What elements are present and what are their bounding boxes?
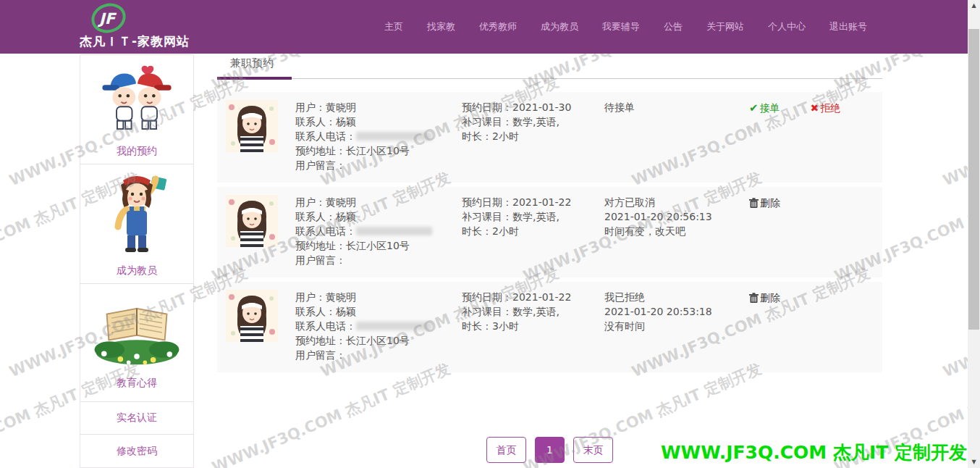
status-column: 我已拒绝 2021-01-20 20:53:18 没有时间 xyxy=(604,290,749,364)
svg-text:JF: JF xyxy=(97,10,117,28)
nav-item-logout[interactable]: 退出账号 xyxy=(829,20,867,33)
user-name: 用户：黄晓明 xyxy=(295,290,462,304)
tutoring-subjects: 补习课目：数学,英语, xyxy=(462,114,604,129)
delete-button[interactable]: 删除 xyxy=(749,291,780,305)
logo[interactable]: JF 杰凡ＩＴ-家教网站 xyxy=(80,1,190,50)
trash-icon xyxy=(749,198,759,209)
status-timestamp: 2021-01-20 20:53:18 xyxy=(604,304,749,319)
appointment-address: 预约地址：长江小区10号 xyxy=(295,333,462,348)
status-text: 我已拒绝 xyxy=(604,290,749,304)
user-message: 用户留言： xyxy=(295,348,462,362)
open-book-flowers-image xyxy=(89,296,185,368)
scrollbar-thumb[interactable] xyxy=(968,29,979,330)
sidebar-item-label: 修改密码 xyxy=(117,445,157,458)
main-nav: 主页 找家教 优秀教师 成为教员 我要辅导 公告 关于网站 个人中心 退出账号 xyxy=(384,0,867,54)
pagination-last-button[interactable]: 末页 xyxy=(573,437,613,463)
sidebar-item-education-notes[interactable]: 教育心得 xyxy=(80,283,193,401)
appointment-date: 预约日期：2021-01-22 xyxy=(462,290,604,304)
girl-with-book-cartoon-image xyxy=(99,170,174,256)
status-reason: 时间有变，改天吧 xyxy=(604,224,749,238)
appointment-row: 用户：黄晓明 联系人：杨颖 联系人电话： 预约地址：长江小区10号 用户留言： … xyxy=(217,92,882,183)
tab-part-time-appointments[interactable]: 兼职预约 xyxy=(217,55,287,72)
active-tab-underline xyxy=(217,77,292,80)
appointment-detail-column: 预约日期：2021-01-22 补习课目：数学,英语, 时长：3小时 xyxy=(462,290,604,364)
x-icon: ✖ xyxy=(811,101,819,115)
appointment-date: 预约日期：2021-01-30 xyxy=(462,100,604,114)
actions-column: 删除 xyxy=(749,290,874,364)
two-kids-cartoon-image xyxy=(96,61,177,136)
nav-item-find-tutor[interactable]: 找家教 xyxy=(427,20,455,33)
status-column: 待接单 xyxy=(604,100,749,175)
site-title: 杰凡ＩＴ-家教网站 xyxy=(80,33,190,50)
pagination-page-1-button[interactable]: 1 xyxy=(535,437,565,463)
user-info-column: 用户：黄晓明 联系人：杨颖 联系人电话： 预约地址：长江小区10号 用户留言： xyxy=(295,290,462,364)
reject-order-button[interactable]: ✖拒绝 xyxy=(811,101,841,115)
sidebar-item-label: 我的预约 xyxy=(117,145,157,158)
sidebar-item-label: 实名认证 xyxy=(117,411,157,425)
check-icon: ✔ xyxy=(749,101,759,115)
appointment-detail-column: 预约日期：2021-01-30 补习课目：数学,英语, 时长：2小时 xyxy=(462,100,604,175)
actions-column: 删除 xyxy=(749,195,874,269)
user-avatar xyxy=(226,290,278,342)
user-name: 用户：黄晓明 xyxy=(295,100,462,114)
nav-item-announcements[interactable]: 公告 xyxy=(664,20,683,33)
tutoring-subjects: 补习课目：数学,英语, xyxy=(462,209,604,224)
sidebar-item-real-name-verification[interactable]: 实名认证 xyxy=(80,401,193,434)
jf-logo-icon: JF xyxy=(90,1,127,35)
appointment-address: 预约地址：长江小区10号 xyxy=(295,143,462,158)
duration: 时长：2小时 xyxy=(462,129,604,143)
status-text: 对方已取消 xyxy=(604,195,749,209)
actions-column: ✔接单 ✖拒绝 xyxy=(749,100,874,175)
tab-divider xyxy=(217,78,882,79)
appointment-list: 用户：黄晓明 联系人：杨颖 联系人电话： 预约地址：长江小区10号 用户留言： … xyxy=(217,92,882,372)
sidebar-item-label: 成为教员 xyxy=(117,264,157,277)
user-avatar xyxy=(226,195,278,247)
trash-icon xyxy=(749,293,759,304)
status-reason: 没有时间 xyxy=(604,319,749,333)
duration: 时长：2小时 xyxy=(462,224,604,238)
pagination-first-button[interactable]: 首页 xyxy=(486,437,526,463)
redacted-phone xyxy=(356,132,432,141)
contact-phone: 联系人电话： xyxy=(295,224,462,238)
sidebar-item-change-password[interactable]: 修改密码 xyxy=(80,434,193,467)
page: WWW.JF3Q.COM 杰凡IT 定制开发WWW.JF3Q.COM 杰凡IT … xyxy=(0,0,980,468)
status-column: 对方已取消 2021-01-20 20:56:13 时间有变，改天吧 xyxy=(604,195,749,269)
nav-item-request-tutoring[interactable]: 我要辅导 xyxy=(602,20,640,33)
user-message: 用户留言： xyxy=(295,253,462,267)
accept-order-button[interactable]: ✔接单 xyxy=(749,101,780,115)
duration: 时长：3小时 xyxy=(462,319,604,333)
nav-item-personal-center[interactable]: 个人中心 xyxy=(768,20,806,33)
scrollbar-down-arrow[interactable]: ▼ xyxy=(968,456,980,468)
header: JF 杰凡ＩＴ-家教网站 主页 找家教 优秀教师 成为教员 我要辅导 公告 关于… xyxy=(0,0,968,54)
scrollbar[interactable]: ▲ ▼ xyxy=(968,0,980,468)
sidebar-item-become-teacher[interactable]: 成为教员 xyxy=(80,164,193,283)
contact-name: 联系人：杨颖 xyxy=(295,209,462,224)
delete-button[interactable]: 删除 xyxy=(749,196,780,210)
contact-name: 联系人：杨颖 xyxy=(295,304,462,319)
sidebar-item-label: 教育心得 xyxy=(117,377,157,390)
user-avatar xyxy=(226,100,278,152)
user-info-column: 用户：黄晓明 联系人：杨颖 联系人电话： 预约地址：长江小区10号 用户留言： xyxy=(295,100,462,175)
scrollbar-up-arrow[interactable]: ▲ xyxy=(968,0,980,12)
contact-phone: 联系人电话： xyxy=(295,129,462,143)
nav-item-top-teachers[interactable]: 优秀教师 xyxy=(479,20,517,33)
contact-name: 联系人：杨颖 xyxy=(295,114,462,129)
appointment-row: 用户：黄晓明 联系人：杨颖 联系人电话： 预约地址：长江小区10号 用户留言： … xyxy=(217,282,882,372)
appointment-date: 预约日期：2021-01-22 xyxy=(462,195,604,209)
contact-phone: 联系人电话： xyxy=(295,319,462,333)
user-name: 用户：黄晓明 xyxy=(295,195,462,209)
user-message: 用户留言： xyxy=(295,158,462,172)
nav-item-about-site[interactable]: 关于网站 xyxy=(706,20,744,33)
status-text: 待接单 xyxy=(604,100,749,114)
nav-item-become-teacher[interactable]: 成为教员 xyxy=(541,20,578,33)
appointment-detail-column: 预约日期：2021-01-22 补习课目：数学,英语, 时长：2小时 xyxy=(462,195,604,269)
tutoring-subjects: 补习课目：数学,英语, xyxy=(462,304,604,319)
sidebar-item-my-appointments[interactable]: 我的预约 xyxy=(80,55,193,164)
status-timestamp: 2021-01-20 20:56:13 xyxy=(604,209,749,224)
appointment-row: 用户：黄晓明 联系人：杨颖 联系人电话： 预约地址：长江小区10号 用户留言： … xyxy=(217,187,882,277)
main-content: 兼职预约 xyxy=(217,55,882,463)
user-info-column: 用户：黄晓明 联系人：杨颖 联系人电话： 预约地址：长江小区10号 用户留言： xyxy=(295,195,462,269)
redacted-phone xyxy=(356,227,432,235)
tab-bar: 兼职预约 xyxy=(217,55,882,80)
nav-item-home[interactable]: 主页 xyxy=(384,20,403,33)
